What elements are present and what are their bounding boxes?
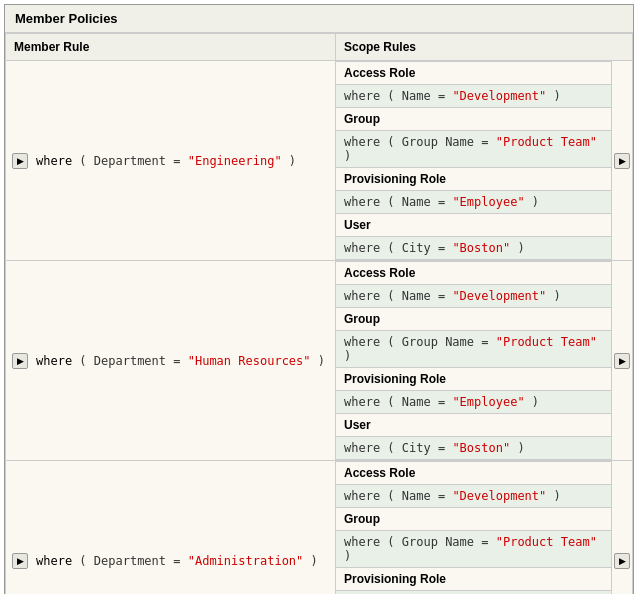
rule-value: "Administration" — [188, 554, 304, 568]
scope-section-header: Provisioning Role — [336, 368, 611, 391]
member-rule-text: where ( Department = "Human Resources" ) — [36, 354, 325, 368]
member-rule-cell: ▶where ( Department = "Human Resources" … — [6, 261, 336, 461]
where-keyword: where — [344, 135, 380, 149]
right-expand-button[interactable]: ▶ — [614, 353, 630, 369]
scope-sub-table: Access Rolewhere ( Name = "Development" … — [336, 61, 611, 260]
right-expand-button[interactable]: ▶ — [614, 153, 630, 169]
keyword-where: where — [36, 354, 72, 368]
main-table: Member Rule Scope Rules ▶where ( Departm… — [5, 33, 633, 594]
right-arrow-cell: ▶ — [612, 61, 633, 261]
scope-value: "Development" — [452, 489, 546, 503]
scope-rule-row: where ( Name = "Development" ) — [336, 285, 611, 308]
scope-rule-row: where ( Name = "Development" ) — [336, 485, 611, 508]
member-rule-text: where ( Department = "Engineering" ) — [36, 154, 296, 168]
header-member-rule: Member Rule — [6, 34, 336, 61]
right-expand-button[interactable]: ▶ — [614, 553, 630, 569]
scope-rule-row: where ( Group Name = "Product Team" ) — [336, 131, 611, 168]
scope-rule-row: where ( Group Name = "Product Team" ) — [336, 331, 611, 368]
left-expand-button[interactable]: ▶ — [12, 153, 28, 169]
scope-section-header: Access Role — [336, 62, 611, 85]
scope-section-header: Access Role — [336, 262, 611, 285]
left-expand-button[interactable]: ▶ — [12, 353, 28, 369]
keyword-where: where — [36, 154, 72, 168]
where-keyword: where — [344, 89, 380, 103]
rule-value: "Human Resources" — [188, 354, 311, 368]
scope-value: "Boston" — [452, 441, 510, 455]
scope-rule-row: where ( Name = "Employee" ) — [336, 191, 611, 214]
scope-value: "Employee" — [452, 195, 524, 209]
where-keyword: where — [344, 535, 380, 549]
scope-rules-cell: Access Rolewhere ( Name = "Development" … — [336, 461, 612, 595]
scope-rule-row: where ( Name = "Employee" ) — [336, 591, 611, 595]
keyword-where: where — [36, 554, 72, 568]
scope-rules-cell: Access Rolewhere ( Name = "Development" … — [336, 61, 612, 261]
right-arrow-cell: ▶ — [612, 461, 633, 595]
scope-section-header: Provisioning Role — [336, 168, 611, 191]
scope-section-header: Group — [336, 508, 611, 531]
scope-rules-cell: Access Rolewhere ( Name = "Development" … — [336, 261, 612, 461]
scope-value: "Product Team" — [496, 335, 597, 349]
scope-section-header: Access Role — [336, 462, 611, 485]
scope-rule-row: where ( City = "Boston" ) — [336, 437, 611, 460]
member-rule-cell: ▶where ( Department = "Administration" ) — [6, 461, 336, 595]
where-keyword: where — [344, 441, 380, 455]
scope-value: "Development" — [452, 289, 546, 303]
scope-section-header: Group — [336, 108, 611, 131]
member-policies-container: Member Policies Member Rule Scope Rules … — [4, 4, 634, 594]
scope-value: "Development" — [452, 89, 546, 103]
page-title: Member Policies — [5, 5, 633, 33]
scope-rule-row: where ( Name = "Development" ) — [336, 85, 611, 108]
scope-rule-row: where ( Group Name = "Product Team" ) — [336, 531, 611, 568]
scope-section-header: User — [336, 414, 611, 437]
scope-section-header: User — [336, 214, 611, 237]
scope-rule-row: where ( Name = "Employee" ) — [336, 391, 611, 414]
where-keyword: where — [344, 489, 380, 503]
scope-value: "Product Team" — [496, 535, 597, 549]
where-keyword: where — [344, 289, 380, 303]
member-rule-cell: ▶where ( Department = "Engineering" ) — [6, 61, 336, 261]
header-scope-rules: Scope Rules — [336, 34, 633, 61]
scope-section-header: Provisioning Role — [336, 568, 611, 591]
scope-sub-table: Access Rolewhere ( Name = "Development" … — [336, 461, 611, 594]
member-rule-text: where ( Department = "Administration" ) — [36, 554, 318, 568]
scope-section-header: Group — [336, 308, 611, 331]
scope-sub-table: Access Rolewhere ( Name = "Development" … — [336, 261, 611, 460]
where-keyword: where — [344, 241, 380, 255]
right-arrow-cell: ▶ — [612, 261, 633, 461]
scope-rule-row: where ( City = "Boston" ) — [336, 237, 611, 260]
left-expand-button[interactable]: ▶ — [12, 553, 28, 569]
scope-value: "Employee" — [452, 395, 524, 409]
where-keyword: where — [344, 335, 380, 349]
scope-value: "Product Team" — [496, 135, 597, 149]
where-keyword: where — [344, 195, 380, 209]
scope-value: "Boston" — [452, 241, 510, 255]
rule-value: "Engineering" — [188, 154, 282, 168]
where-keyword: where — [344, 395, 380, 409]
